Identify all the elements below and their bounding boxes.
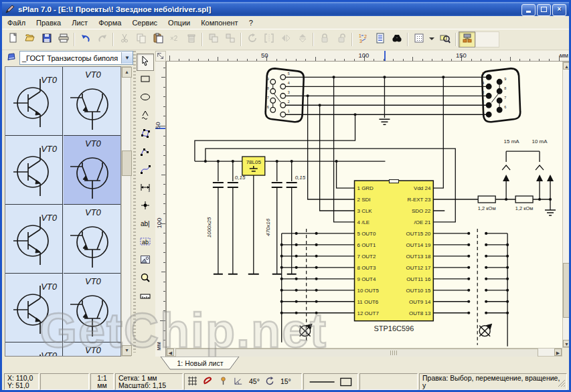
db9-connector-left[interactable] [266,68,304,122]
menu-item-0[interactable]: Файл [2,17,31,28]
save-button[interactable] [38,31,55,47]
palette-item-r2c0[interactable]: VT0 [5,205,63,274]
palette-scrollbar[interactable]: ▲ ▼ [121,66,131,357]
palette-scroll-down[interactable]: ▼ [122,345,132,356]
menu-item-5[interactable]: Опции [163,17,195,28]
menu-item-7[interactable]: ? [244,17,258,28]
panel-splitter[interactable] [133,51,136,353]
rectangle-tool-button[interactable] [137,72,154,89]
palette-item-r0c0[interactable]: VT0 [5,67,63,136]
palette-item-r3c1[interactable]: VT0 [64,274,121,342]
toolbar-separator [351,33,353,46]
image-tool-button[interactable] [137,252,154,270]
text-tool-button[interactable]: ab| [137,216,154,233]
search-button[interactable] [388,31,405,47]
menu-item-6[interactable]: Компонент [195,17,243,28]
undo-button[interactable] [77,31,94,47]
palette-item-r1c0[interactable]: VT0 [5,136,63,205]
db9-connector-right[interactable] [482,68,520,122]
menu-item-3[interactable]: Форма [93,17,127,28]
menu-item-1[interactable]: Правка [31,17,66,28]
angle-icon[interactable] [234,376,244,387]
paste-button[interactable] [149,31,166,47]
scroll-right-icon[interactable]: ▶ [554,349,562,356]
current-arrows[interactable] [502,165,554,181]
horizontal-scrollbar[interactable]: ◀ ▶ [166,348,562,357]
lock-button[interactable] [316,31,333,47]
svg-text:4 /LE: 4 /LE [357,219,370,225]
snap-pin-icon[interactable] [218,376,228,387]
palette-item-r3c0[interactable]: VT0 [5,274,63,342]
new-button[interactable] [5,31,21,47]
svg-text:SDO 22: SDO 22 [412,208,431,214]
palette-item-r0c1[interactable]: VT0 [64,67,121,136]
palette-scroll-up[interactable]: ▲ [122,67,132,78]
scroll-up-icon[interactable]: ▲ [563,62,570,70]
line-style-panel[interactable] [303,373,358,390]
vertical-scrollbar[interactable]: ▲ ▼ [562,62,571,348]
title-bar[interactable]: sPlan 7.0 - [E:\! Проекты\! Звездное неб… [2,2,569,16]
main-ic[interactable]: 1 GRD2 SDI3 CLK4 /LE5 OUT06 OUT17 OUT28 … [355,180,434,332]
copy-button[interactable] [133,31,149,47]
close-button[interactable]: × [552,4,566,16]
grid-toggle-icon[interactable] [187,376,197,387]
blank-button[interactable] [475,31,499,47]
ellipse-tool-button[interactable] [137,90,154,107]
duplicate-x2-button[interactable]: ×2 [166,31,183,47]
component-mode-button[interactable] [459,31,475,47]
select-tool-button[interactable] [137,54,154,71]
cut-button[interactable] [116,31,133,47]
ruler-tool-button[interactable] [137,288,154,306]
grid-settings-button[interactable] [410,31,427,47]
cap-plates[interactable] [213,183,297,274]
freehand-pen-icon[interactable] [203,376,213,387]
scroll-down-icon[interactable]: ▼ [563,340,570,347]
rotate-step-icon[interactable] [265,376,275,387]
redo-button[interactable] [94,31,110,47]
grid-settings-dropdown[interactable] [427,31,436,47]
ungroup-button[interactable] [222,31,238,47]
flip-horizontal-button[interactable] [277,31,294,47]
restore-button[interactable] [537,4,551,16]
vertical-scroll-thumb[interactable] [563,263,571,318]
scroll-left-icon[interactable]: ◀ [167,349,174,356]
zoom-tool-button[interactable] [137,270,154,288]
parts-list-icon [375,33,386,46]
group-button[interactable] [205,31,222,47]
paste-icon [153,33,163,46]
voltage-regulator[interactable]: 78L05 [242,157,265,175]
resize-grip[interactable] [558,379,566,389]
zoom-window-button[interactable] [436,31,453,47]
palette-item-r4c1[interactable]: VT0 [64,342,121,357]
dimension-tool-button[interactable] [137,180,154,197]
unlock-button[interactable] [333,31,349,47]
mirror-button[interactable] [260,31,277,47]
flip-vertical-button[interactable] [294,31,311,47]
special-shape-tool-button[interactable] [137,108,154,125]
textbox-tool-button[interactable]: ab [137,234,154,252]
menu-item-2[interactable]: Лист [66,17,93,28]
menu-item-4[interactable]: Сервис [127,17,163,28]
svg-text:OUT15 20: OUT15 20 [406,231,431,237]
renumber-button[interactable]: 123 [355,31,372,47]
schematic-canvas[interactable]: 78L05 1 GRD2 SDI3 CLK4 /LE5 OUT06 OUT17 … [166,62,562,348]
parts-list-button[interactable] [372,31,388,47]
polygon-tool-button[interactable] [137,126,154,143]
palette-item-r1c1[interactable]: VT0 [64,136,121,205]
print-button[interactable] [55,31,72,47]
delete-button[interactable] [183,31,199,47]
node-tool-button[interactable] [137,198,154,215]
bezier-tool-button[interactable] [137,162,154,179]
polyline-tool-button[interactable] [137,144,154,161]
sheet-tab[interactable]: 1: Новый лист [160,357,240,371]
chevron-down-icon[interactable]: ▼ [121,52,133,64]
svg-text:3: 3 [288,90,290,94]
palette-item-r2c1[interactable]: VT0 [64,205,121,274]
minimize-button[interactable] [521,4,536,16]
open-button[interactable] [21,31,38,47]
library-select[interactable]: _ГОСТ Транзисторы биполя ▼ [19,51,133,65]
library-book-button[interactable] [3,52,19,65]
palette-item-r4c0[interactable]: VT0 [5,342,63,357]
palette-scroll-thumb[interactable] [122,151,132,176]
rotate-button[interactable] [244,31,260,47]
